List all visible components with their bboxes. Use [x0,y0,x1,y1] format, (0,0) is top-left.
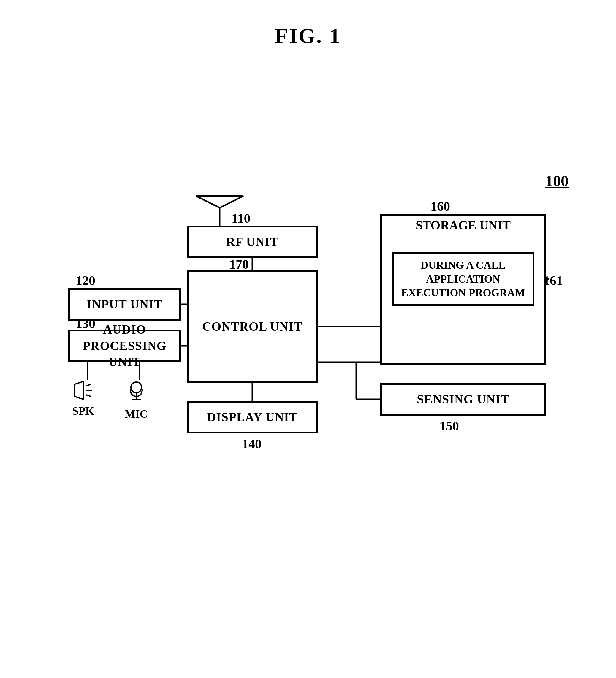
svg-line-18 [86,384,90,386]
mic-label: MIC [125,407,148,420]
ref-161: 161 [543,273,563,288]
svg-line-2 [220,196,243,208]
input-unit-box: INPUT UNIT [68,288,181,321]
storage-unit-label: STORAGE UNIT [384,218,542,232]
ref-140: 140 [242,437,262,452]
input-unit-label: INPUT UNIT [87,296,162,312]
ref-120: 120 [76,273,95,288]
svg-line-20 [86,395,90,396]
svg-point-21 [131,382,142,393]
audio-unit-box: AUDIO PROCESSING UNIT [68,330,181,362]
sensing-unit-label: SENSING UNIT [417,391,509,408]
display-unit-box: DISPLAY UNIT [187,401,318,434]
spk-icon [71,380,95,401]
diagram-container: 100 RF UNIT [30,172,586,647]
control-unit-box: CONTROL UNIT [187,270,318,383]
control-unit-label: CONTROL UNIT [202,318,303,335]
mic-group: MIC [125,380,148,420]
app-program-label: DURING A CALL APPLICATION EXECUTION PROG… [401,258,525,300]
ref-100: 100 [545,172,569,190]
ref-110: 110 [232,211,251,226]
sensing-unit-box: SENSING UNIT [380,383,546,416]
spk-label: SPK [71,404,95,417]
ref-150: 150 [439,419,459,434]
ref-160: 160 [430,199,450,214]
figure-title: FIG. 1 [0,0,616,48]
display-unit-label: DISPLAY UNIT [207,409,298,425]
ref-130: 130 [76,316,95,331]
mic-icon [127,380,145,404]
svg-marker-17 [74,381,83,399]
svg-line-1 [196,196,220,208]
rf-unit-box: RF UNIT [187,226,318,258]
app-program-box: DURING A CALL APPLICATION EXECUTION PROG… [392,252,534,306]
spk-group: SPK [71,380,95,417]
ref-170: 170 [229,257,249,272]
rf-unit-label: RF UNIT [226,234,279,250]
